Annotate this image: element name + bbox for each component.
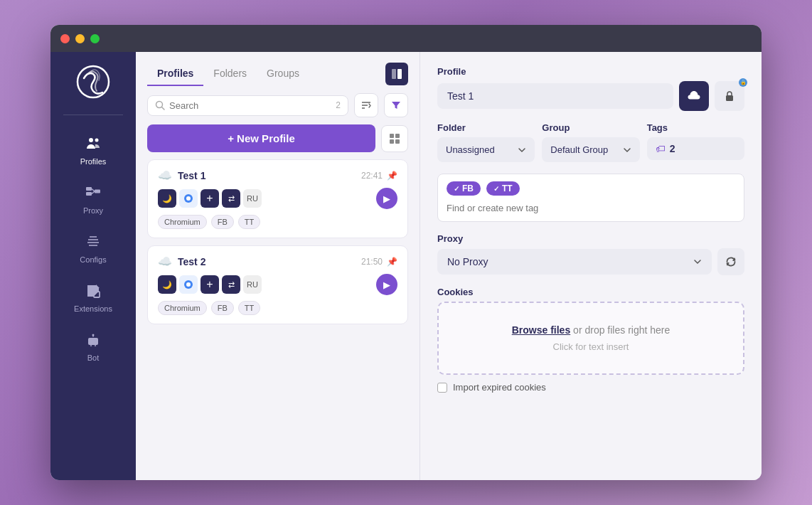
profile-icons-2: 🌙 + ⇄ RU ▶ <box>158 274 397 295</box>
search-count: 2 <box>336 100 341 110</box>
tags-label: Tags <box>647 122 744 133</box>
sidebar-toggle-button[interactable] <box>385 63 408 85</box>
cookies-drop-area[interactable]: Browse files or drop files right here Cl… <box>437 302 744 375</box>
tab-groups[interactable]: Groups <box>257 62 309 86</box>
tag-tt-1: TT <box>238 215 260 229</box>
svg-rect-11 <box>95 340 97 342</box>
cookies-browse-text[interactable]: Browse files or drop files right here <box>512 324 671 336</box>
sidebar-divider <box>63 115 123 115</box>
folder-dropdown[interactable]: Unassigned <box>437 137 535 162</box>
profile-card-2[interactable]: ☁️ Test 2 21:50 📌 🌙 + ⇄ RU <box>147 245 408 324</box>
play-button-1[interactable]: ▶ <box>376 188 397 209</box>
new-profile-row: + New Profile <box>136 124 420 159</box>
profile-input-row: 🔒 <box>437 81 744 111</box>
tag-chip-tt[interactable]: ✓ TT <box>486 181 520 196</box>
profile-card-1[interactable]: ☁️ Test 1 22:41 📌 🌙 + ⇄ RU <box>147 159 408 238</box>
tag-chip-fb[interactable]: ✓ FB <box>447 181 481 196</box>
content-area: Profiles Proxy <box>50 52 762 480</box>
cookies-sub-text: Click for text insert <box>553 341 629 352</box>
tab-folders[interactable]: Folders <box>203 62 257 86</box>
tag-tt-2: TT <box>238 301 260 315</box>
proxy-dropdown[interactable]: No Proxy <box>437 249 712 275</box>
sidebar-bot-label: Bot <box>87 354 100 362</box>
group-dropdown[interactable]: Default Group <box>542 137 639 162</box>
svg-point-25 <box>186 196 191 201</box>
proxy-refresh-button[interactable] <box>717 248 744 275</box>
profile-field-label: Profile <box>437 66 744 77</box>
grid-view-button[interactable] <box>381 125 408 152</box>
sidebar-configs-label: Configs <box>80 255 106 264</box>
sort-button[interactable] <box>354 93 378 117</box>
search-box[interactable]: 2 <box>147 95 348 116</box>
import-cookies-label: Import expired cookies <box>453 382 546 393</box>
group-label: Group <box>542 122 639 133</box>
sidebar-item-extensions[interactable]: Extensions <box>61 274 125 320</box>
sidebar-item-bot[interactable]: Bot <box>61 323 125 369</box>
main-panel: Profiles Folders Groups <box>136 52 420 480</box>
tags-area[interactable]: ✓ FB ✓ TT <box>437 174 744 222</box>
filter-button[interactable] <box>384 93 408 117</box>
tab-profiles[interactable]: Profiles <box>147 62 203 86</box>
lang-icon-2: RU <box>243 275 262 294</box>
plus-icon-2: + <box>201 275 219 294</box>
cloud-sync-button[interactable] <box>679 81 709 111</box>
refresh-icon <box>725 255 737 268</box>
tag-find-input[interactable] <box>447 203 735 213</box>
configs-icon <box>83 232 103 252</box>
play-button-2[interactable]: ▶ <box>376 274 397 295</box>
tags-button[interactable]: 🏷 2 <box>647 137 744 160</box>
svg-point-1 <box>89 138 93 142</box>
titlebar <box>50 25 762 52</box>
grid-icon <box>389 133 400 144</box>
svg-rect-3 <box>86 187 92 191</box>
sidebar-item-configs[interactable]: Configs <box>61 225 125 271</box>
profile-time-2: 21:50 <box>361 257 383 267</box>
cookies-label: Cookies <box>437 287 744 297</box>
maximize-button[interactable] <box>90 34 100 43</box>
lang-icon-1: RU <box>243 189 262 208</box>
svg-rect-13 <box>392 69 396 79</box>
profile-cloud-icon-1: ☁️ <box>158 169 172 182</box>
svg-rect-28 <box>726 95 733 101</box>
app-logo <box>75 63 112 100</box>
browse-files-link[interactable]: Browse files <box>512 324 570 336</box>
cloud-icon <box>687 89 701 103</box>
svg-rect-14 <box>397 69 402 79</box>
cookies-field: Cookies Browse files or drop files right… <box>437 287 744 393</box>
sidebar-item-profiles[interactable]: Profiles <box>61 127 125 173</box>
profile-header-1: ☁️ Test 1 22:41 📌 <box>158 169 397 182</box>
minimize-button[interactable] <box>75 34 85 43</box>
profile-header-2: ☁️ Test 2 21:50 📌 <box>158 255 397 268</box>
sidebar-item-proxy[interactable]: Proxy <box>61 176 125 222</box>
profile-name-input[interactable] <box>437 83 673 109</box>
svg-rect-5 <box>95 190 100 193</box>
proxy-row: No Proxy <box>437 248 744 275</box>
swap-icon-1: ⇄ <box>222 189 240 208</box>
tag-chip-tt-label: TT <box>502 184 513 193</box>
profile-cloud-icon-2: ☁️ <box>158 255 172 268</box>
svg-rect-21 <box>395 134 400 138</box>
profile-tags-1: Chromium FB TT <box>158 215 397 229</box>
search-icon <box>155 100 165 110</box>
sidebar: Profiles Proxy <box>50 52 136 480</box>
import-row: Import expired cookies <box>437 382 744 393</box>
svg-point-27 <box>186 282 191 287</box>
search-input[interactable] <box>169 100 331 111</box>
chevron-down-icon <box>518 146 526 154</box>
lock-button[interactable]: 🔒 <box>715 81 744 111</box>
import-cookies-checkbox[interactable] <box>437 383 447 393</box>
new-profile-button[interactable]: + New Profile <box>147 124 375 152</box>
profile-tags-2: Chromium FB TT <box>158 301 397 315</box>
chevron-down-icon-2 <box>623 146 631 154</box>
folder-field: Folder Unassigned <box>437 122 535 162</box>
lock-badge: 🔒 <box>739 78 747 87</box>
cookies-or-text: or drop files right here <box>570 324 670 336</box>
close-button[interactable] <box>60 34 70 43</box>
tag-chip-fb-label: FB <box>462 184 474 193</box>
toolbar: 2 <box>136 86 420 124</box>
tags-field: Tags 🏷 2 <box>647 122 744 162</box>
folder-label: Folder <box>437 122 535 133</box>
profile-time-1: 22:41 <box>361 171 383 181</box>
profiles-icon <box>83 134 103 154</box>
profile-icons-1: 🌙 + ⇄ RU ▶ <box>158 188 397 209</box>
